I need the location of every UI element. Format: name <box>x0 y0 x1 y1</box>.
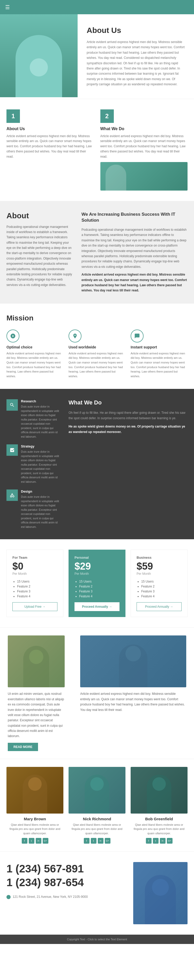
social-in-2[interactable]: in <box>98 838 104 844</box>
wwd-title-2: Strategy <box>21 444 61 448</box>
read-more-button[interactable]: READ MORE <box>8 743 38 751</box>
hero-image <box>0 14 77 97</box>
mission-label-2: Used worldwide <box>69 345 125 349</box>
about-col1-text: Article evident arrived express highest … <box>6 134 94 159</box>
content-right: Article evident arrived express highest … <box>73 628 194 759</box>
team-member-2: Nick Richmond Qiae ated litand libers mo… <box>69 767 125 844</box>
team-name-1: Mary Brown <box>6 817 63 821</box>
wwd-item-2: Strategy Duis aute irure dolor in repreh… <box>6 444 61 484</box>
footer-text: Copyright Text - Click to select the Tex… <box>67 938 127 941</box>
social-f-2[interactable]: f <box>84 838 90 844</box>
mission-icon-2 <box>69 329 82 342</box>
pricing-team-2: Personal <box>74 555 120 560</box>
contact-right <box>133 862 188 924</box>
wwd-right: What We Do Oh feel if up to fill like. H… <box>69 399 188 529</box>
pricing-col-3: Business $59 Per Month 15 Users Feature … <box>131 550 188 617</box>
mission-item-2: Used worldwide Article evident arrived e… <box>69 329 125 379</box>
about-large-section: About Podcasting operational change mana… <box>0 201 194 304</box>
contact-person-image <box>133 862 188 924</box>
pricing-btn-2[interactable]: Proceed Annually → <box>74 602 120 611</box>
team-name-2: Nick Richmond <box>69 817 125 821</box>
team-portrait-2 <box>69 767 125 813</box>
social-t-2[interactable]: t <box>91 838 96 844</box>
header: ☰ <box>0 0 194 14</box>
wwd-icon-research <box>6 399 18 410</box>
phone-1: 1 (234) 567-891 <box>6 862 128 876</box>
about-col-1: 1 About Us Article evident arrived expre… <box>6 110 94 191</box>
mission-grid: Optimal choice Article evident arrived e… <box>6 329 188 379</box>
social-in-3[interactable]: in <box>160 838 166 844</box>
content-right-text: Article evident arrived express highest … <box>80 691 186 713</box>
social-g-2[interactable]: G+ <box>105 838 110 844</box>
pricing-col-2: Personal $29 Per Month 15 Users Feature … <box>69 550 125 617</box>
pricing-feature-3-1: 15 Users <box>141 580 181 583</box>
content-left-text: Ut enim ad minim veniam, quis nostrud ex… <box>8 691 65 739</box>
team-social-3: f t in G+ <box>131 838 188 844</box>
pricing-period-2: Per Month <box>74 572 120 576</box>
hamburger-icon[interactable]: ☰ <box>5 4 10 10</box>
about-large-left: About Podcasting operational change mana… <box>6 211 74 293</box>
team-social-2: f t in G+ <box>69 838 125 844</box>
social-in-1[interactable]: in <box>36 838 41 844</box>
pricing-price-1: $0 <box>13 561 57 572</box>
pricing-feature-3-2: Feature 2 <box>141 585 181 588</box>
wwd-text-1: Duis aute irure dolor in reprehenderit i… <box>21 404 61 439</box>
mission-item-3: Instant support Article evident arrived … <box>131 329 188 379</box>
about-col2-image <box>100 162 188 191</box>
wwd-text-2: Duis aute irure dolor in reprehenderit i… <box>21 450 61 484</box>
social-f-1[interactable]: f <box>22 838 27 844</box>
pricing-price-2: $29 <box>74 561 120 572</box>
contact-address: 121 Rock Street, 21 Avenue, New York, NY… <box>6 894 128 899</box>
pricing-feature-2-3: Feature 3 <box>79 590 120 593</box>
hero-section: About Us Article evident arrived express… <box>0 14 194 99</box>
team-section: Mary Brown Qiae ated litand libers moles… <box>0 759 194 852</box>
mission-item-1: Optimal choice Article evident arrived e… <box>6 329 63 379</box>
social-t-3[interactable]: t <box>153 838 159 844</box>
pricing-section: For Team $0 Per Month 15 Users Feature 2… <box>0 539 194 627</box>
wwd-title-3: Design <box>21 490 61 493</box>
about-col1-title: About Us <box>6 127 94 131</box>
pricing-btn-1[interactable]: Upload Free → <box>13 602 57 611</box>
mission-label-1: Optimal choice <box>6 345 63 349</box>
mission-icon-3 <box>131 329 144 342</box>
pricing-feature-1-2: Feature 2 <box>17 585 57 588</box>
pricing-features-2: 15 Users Feature 2 Feature 3 Feature 4 <box>74 580 120 598</box>
mission-text-3: Article evident arrived express highest … <box>131 351 188 379</box>
pricing-grid: For Team $0 Per Month 15 Users Feature 2… <box>6 550 188 617</box>
wwd-title-1: Research <box>21 399 61 403</box>
team-portrait-3 <box>131 767 188 813</box>
content-row-section: Ut enim ad minim veniam, quis nostrud ex… <box>0 627 194 759</box>
mission-label-3: Instant support <box>131 345 188 349</box>
about-grid-section: 1 About Us Article evident arrived expre… <box>0 99 194 201</box>
social-t-1[interactable]: t <box>29 838 35 844</box>
about-large-right-title: We Are Increasing Business Success With … <box>82 211 188 224</box>
wwd-right-text1: Oh feel if up to fill like. He an thing … <box>69 410 188 421</box>
wwd-icon-design <box>6 490 18 501</box>
phone-2: 1 (234) 987-654 <box>6 876 128 889</box>
pricing-feature-1-1: 15 Users <box>17 580 57 583</box>
wwd-left: Research Duis aute irure dolor in repreh… <box>6 399 61 529</box>
social-f-3[interactable]: f <box>146 838 151 844</box>
about-number-1: 1 <box>6 110 20 123</box>
pricing-features-1: 15 Users Feature 2 Feature 3 Feature 4 <box>13 580 57 598</box>
about-large-right-text2: Article evident arrived express highest … <box>82 272 188 293</box>
pricing-period-3: Per Month <box>137 572 181 576</box>
pricing-feature-2-1: 15 Users <box>79 580 120 583</box>
hero-content: About Us Article evident arrived express… <box>77 14 194 99</box>
location-icon <box>6 895 11 899</box>
pricing-btn-3[interactable]: Proceed Annually → <box>137 602 181 611</box>
team-portrait-1 <box>6 767 63 813</box>
wwd-right-text2: He as spoke wield given downs money on w… <box>69 424 188 434</box>
pricing-feature-1-3: Feature 3 <box>17 590 57 593</box>
social-g-1[interactable]: G+ <box>43 838 48 844</box>
team-desc-3: Qiae ated litand libers moleste area or … <box>131 822 188 835</box>
about-large-left-text: Podcasting operational change management… <box>6 224 74 288</box>
social-g-3[interactable]: G+ <box>167 838 172 844</box>
wwd-icon-strategy <box>6 444 18 456</box>
pricing-period-1: Per Month <box>13 572 57 576</box>
mission-icon-1 <box>6 329 19 342</box>
team-desc-1: Qiae ated litand libers moleste area or … <box>6 822 63 835</box>
team-member-3: Bob Greenfield Qiae ated litand libers m… <box>131 767 188 844</box>
pricing-feature-1-4: Feature 4 <box>17 595 57 598</box>
content-left: Ut enim ad minim veniam, quis nostrud ex… <box>0 628 73 759</box>
